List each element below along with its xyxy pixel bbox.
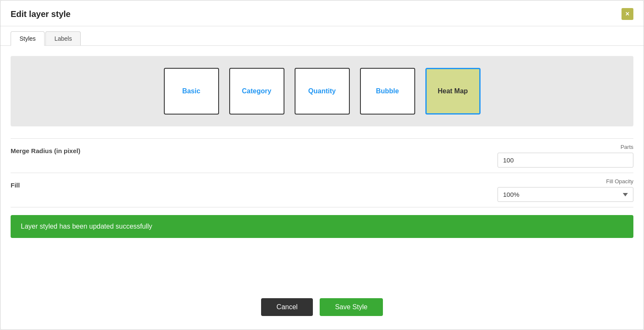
close-button[interactable]: × xyxy=(622,8,633,20)
cancel-button[interactable]: Cancel xyxy=(261,298,313,316)
style-card-basic[interactable]: Basic xyxy=(164,68,219,115)
dialog-title: Edit layer style xyxy=(11,9,70,19)
fill-opacity-wrapper: 100% 90% 80% 70% 60% 50% xyxy=(498,187,633,202)
main-content: Basic Category Quantity Bubble Heat Map … xyxy=(0,46,644,286)
merge-radius-label: Merge Radius (in pixel) xyxy=(11,144,96,154)
style-card-heatmap[interactable]: Heat Map xyxy=(425,68,481,115)
dialog-footer: Cancel Save Style xyxy=(0,286,644,330)
divider-bottom xyxy=(11,207,633,207)
fill-opacity-label: Fill Opacity xyxy=(606,178,633,185)
tab-styles[interactable]: Styles xyxy=(11,31,45,46)
fill-opacity-select[interactable]: 100% 90% 80% 70% 60% 50% xyxy=(498,187,633,202)
style-card-quantity[interactable]: Quantity xyxy=(295,68,350,115)
merge-radius-right: Parts xyxy=(96,144,633,168)
success-banner: Layer styled has been updated successful… xyxy=(11,215,633,238)
tabs-bar: Styles Labels xyxy=(0,26,644,46)
fill-row: Fill Fill Opacity 100% 90% 80% 70% 60% 5… xyxy=(11,173,633,207)
fill-label: Fill xyxy=(11,178,96,189)
style-selector: Basic Category Quantity Bubble Heat Map xyxy=(11,56,633,126)
save-style-button[interactable]: Save Style xyxy=(320,298,382,316)
merge-radius-row: Merge Radius (in pixel) Parts xyxy=(11,139,633,173)
edit-layer-style-dialog: Edit layer style × Styles Labels Basic C… xyxy=(0,0,644,330)
style-card-category[interactable]: Category xyxy=(229,68,284,115)
dialog-header: Edit layer style × xyxy=(0,0,644,26)
fill-right: Fill Opacity 100% 90% 80% 70% 60% 50% xyxy=(96,178,633,202)
merge-radius-input[interactable] xyxy=(498,153,633,168)
style-card-bubble[interactable]: Bubble xyxy=(360,68,415,115)
merge-radius-field-label: Parts xyxy=(621,144,633,150)
tab-labels[interactable]: Labels xyxy=(45,31,81,45)
